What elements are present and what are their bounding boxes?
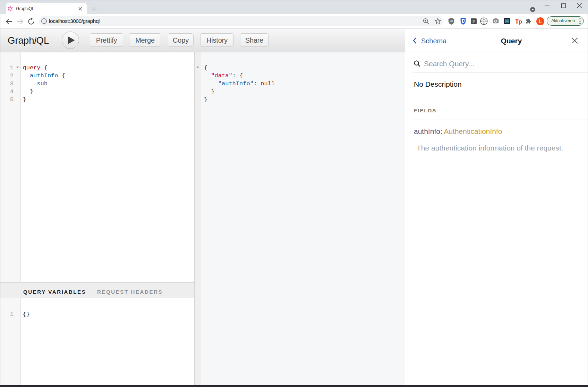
svg-text:P: P <box>472 19 475 24</box>
svg-text:uO: uO <box>450 19 453 23</box>
